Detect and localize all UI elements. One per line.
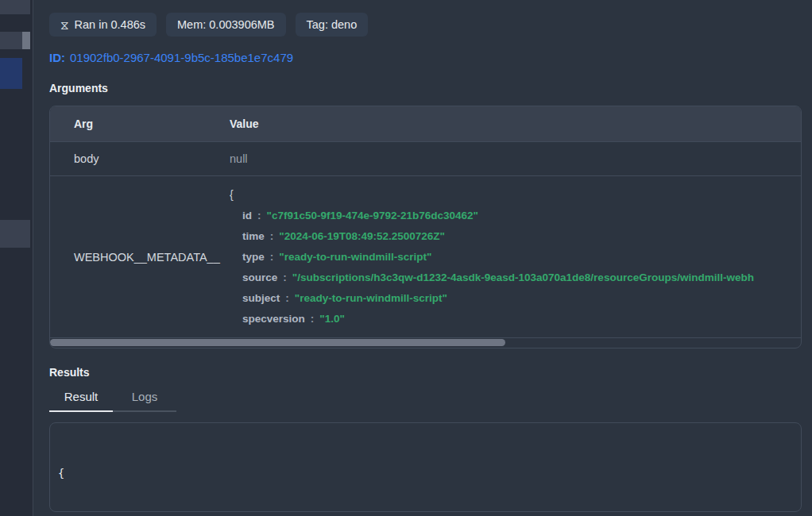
run-duration-label: Ran in 0.486s bbox=[75, 18, 145, 31]
left-panel-fragment bbox=[0, 0, 33, 516]
json-entry-time: time:"2024-06-19T08:49:52.2500726Z" bbox=[230, 226, 801, 247]
job-id-value[interactable]: 01902fb0-2967-4091-9b5c-185be1e7c479 bbox=[70, 51, 293, 64]
json-entry-id: id:"c7f91c50-9f19-474e-9792-21b76dc30462… bbox=[230, 206, 801, 226]
arg-name: WEBHOOK__METADATA__ bbox=[50, 251, 230, 264]
run-detail-panel: ⧖ Ran in 0.486s Mem: 0.003906MB Tag: den… bbox=[33, 0, 812, 516]
arguments-table: Arg Value body null WEBHOOK__METADATA__ … bbox=[49, 106, 802, 348]
tab-logs[interactable]: Logs bbox=[113, 390, 176, 412]
results-title: Results bbox=[49, 366, 812, 379]
column-header-value: Value bbox=[230, 117, 801, 130]
json-value: "/subscriptions/h3c3qw-d1232-4asdk-9easd… bbox=[292, 271, 754, 283]
json-key[interactable]: subject bbox=[242, 292, 280, 304]
code-open-brace: { bbox=[58, 465, 793, 481]
json-value: "c7f91c50-9f19-474e-9792-21b76dc30462" bbox=[267, 210, 479, 221]
tab-result[interactable]: Result bbox=[49, 390, 113, 412]
job-id-label: ID: bbox=[49, 51, 65, 64]
json-entry-source: source:"/subscriptions/h3c3qw-d1232-4asd… bbox=[230, 268, 801, 288]
json-value: "ready-to-run-windmill-script" bbox=[279, 251, 431, 263]
json-value: "ready-to-run-windmill-script" bbox=[295, 292, 447, 304]
hourglass-icon: ⧖ bbox=[60, 19, 69, 31]
left-panel-item[interactable] bbox=[0, 220, 30, 248]
json-value: "2024-06-19T08:49:52.2500726Z" bbox=[279, 230, 445, 242]
json-key[interactable]: source bbox=[242, 271, 277, 283]
tag-badge: Tag: deno bbox=[296, 13, 369, 37]
json-entry-subject: subject:"ready-to-run-windmill-script" bbox=[230, 288, 801, 309]
run-duration-badge: ⧖ Ran in 0.486s bbox=[49, 13, 157, 37]
json-viewer: { id:"c7f91c50-9f19-474e-9792-21b76dc304… bbox=[230, 176, 801, 337]
arg-name: body bbox=[50, 152, 230, 165]
column-header-arg: Arg bbox=[50, 117, 230, 130]
table-row-body: body null bbox=[50, 142, 801, 176]
json-key[interactable]: id bbox=[242, 210, 252, 221]
arguments-table-header: Arg Value bbox=[50, 106, 801, 142]
json-open-brace: { bbox=[230, 184, 801, 206]
table-row-webhook-metadata: WEBHOOK__METADATA__ { id:"c7f91c50-9f19-… bbox=[50, 176, 801, 338]
horizontal-scrollbar-thumb[interactable] bbox=[50, 339, 505, 346]
left-panel-item[interactable] bbox=[0, 0, 30, 14]
run-stats-row: ⧖ Ran in 0.486s Mem: 0.003906MB Tag: den… bbox=[49, 13, 812, 37]
tag-label: Tag: deno bbox=[307, 18, 358, 31]
json-key[interactable]: specversion bbox=[242, 313, 305, 325]
arguments-title: Arguments bbox=[49, 82, 812, 94]
memory-label: Mem: 0.003906MB bbox=[177, 18, 275, 31]
left-panel-item[interactable] bbox=[0, 32, 22, 49]
json-key[interactable]: type bbox=[242, 251, 265, 263]
left-panel-scrollbar-thumb[interactable] bbox=[22, 32, 30, 49]
json-key[interactable]: time bbox=[242, 230, 265, 242]
result-code-block[interactable]: { "str": "default arg", "union": "Hello … bbox=[49, 422, 802, 512]
arg-value-null: null bbox=[230, 152, 801, 165]
left-panel-item-selected[interactable] bbox=[0, 58, 22, 89]
json-entry-type: type:"ready-to-run-windmill-script" bbox=[230, 247, 801, 268]
json-value: "1.0" bbox=[319, 313, 345, 325]
results-tabs: Result Logs bbox=[49, 390, 812, 412]
horizontal-scrollbar-track[interactable] bbox=[50, 338, 801, 348]
json-entry-specversion: specversion:"1.0" bbox=[230, 309, 801, 329]
job-id-line: ID:01902fb0-2967-4091-9b5c-185be1e7c479 bbox=[49, 51, 812, 64]
memory-badge: Mem: 0.003906MB bbox=[166, 13, 286, 37]
